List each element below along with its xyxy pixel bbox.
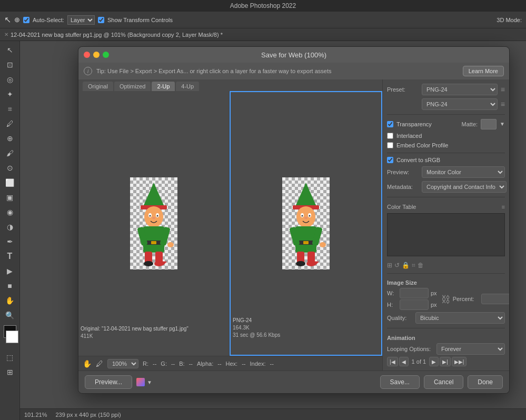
dodge-tool[interactable]: ◑ — [3, 220, 17, 234]
learn-more-button[interactable]: Learn More — [463, 66, 504, 76]
magic-wand-tool[interactable]: ✦ — [3, 87, 17, 101]
text-tool[interactable]: T — [3, 249, 17, 263]
view-tabs: Original Optimized 2-Up 4-Up — [78, 79, 382, 91]
svg-rect-10 — [151, 241, 156, 244]
gradient-tool[interactable]: ▣ — [3, 191, 17, 204]
matte-arrow[interactable]: ▼ — [500, 121, 505, 127]
hex-label: Hex: — [226, 361, 238, 367]
format-menu-icon[interactable]: ≡ — [501, 100, 505, 108]
optimized-time: 31 sec @ 56.6 Kbps — [233, 332, 280, 339]
brush-tool[interactable]: 🖌 — [3, 146, 17, 160]
document-tab[interactable]: 12-04-2021 new bag stuffer pg1.jpg @ 101… — [11, 32, 223, 38]
convert-srgb-checkbox[interactable] — [387, 157, 393, 163]
percent-input[interactable]: 100 — [481, 294, 509, 304]
preview-label-settings: Preview: — [387, 169, 419, 175]
preset-select[interactable]: PNG-24 — [422, 84, 498, 95]
tab-2up[interactable]: 2-Up — [152, 82, 175, 91]
close-button[interactable] — [84, 52, 90, 58]
tool-hand[interactable]: ✋ — [83, 359, 92, 368]
footer-right: Save... Cancel Done — [380, 375, 503, 389]
preview-pane-original[interactable]: Original: "12-04-2021 new bag stuffer pg… — [78, 91, 230, 356]
matte-input[interactable]: -- — [481, 119, 497, 129]
metadata-select[interactable]: Copyright and Contact Info — [422, 181, 507, 193]
color-crop-icon[interactable]: ⌗ — [412, 262, 415, 269]
eyedropper-tool[interactable]: 🖊 — [3, 117, 17, 131]
zoom-select[interactable]: 100% — [107, 359, 138, 368]
transparency-label: Transparency — [396, 121, 432, 127]
lasso-tool[interactable]: ◎ — [3, 73, 17, 86]
path-selection-tool[interactable]: ▶ — [3, 264, 17, 278]
optimized-size: 164.3K — [233, 324, 280, 332]
r-value: -- — [153, 361, 156, 367]
healing-tool[interactable]: ⊕ — [3, 132, 17, 145]
color-arrow[interactable]: ▼ — [147, 379, 152, 385]
move-tool[interactable]: ↖ — [3, 43, 17, 57]
save-button[interactable]: Save... — [380, 375, 420, 389]
transform-icon[interactable]: ⊕ — [14, 16, 20, 24]
move-tool-icon[interactable]: ↖ — [4, 15, 11, 25]
g-label: G: — [161, 361, 167, 367]
width-input[interactable]: 239 — [400, 288, 429, 298]
clone-tool[interactable]: ⊙ — [3, 161, 17, 175]
color-icon — [136, 378, 145, 386]
g-value: -- — [171, 361, 175, 367]
prev-frame-btn[interactable]: ◀ — [399, 357, 409, 366]
hand-tool[interactable]: ✋ — [3, 294, 17, 307]
animation-title: Animation — [387, 335, 505, 341]
w-unit: px — [431, 290, 437, 296]
show-transform-checkbox[interactable] — [98, 17, 104, 23]
color-grid-icon[interactable]: ⊞ — [387, 262, 392, 269]
looping-select[interactable]: Forever — [436, 343, 505, 355]
link-proportions-icon[interactable]: ⛓ — [441, 294, 451, 305]
color-refresh-icon[interactable]: ↺ — [394, 262, 400, 269]
preset-menu-icon[interactable]: ≡ — [501, 85, 505, 94]
blur-tool[interactable]: ◉ — [3, 205, 17, 219]
auto-select-checkbox[interactable] — [23, 17, 29, 23]
next-frame-btn[interactable]: ▶| — [440, 357, 451, 366]
interlaced-checkbox[interactable] — [387, 133, 393, 139]
embed-color-checkbox[interactable] — [387, 142, 393, 148]
background-color[interactable] — [6, 331, 18, 343]
tab-original[interactable]: Original — [83, 82, 113, 91]
transparency-checkbox[interactable] — [387, 121, 393, 127]
color-table-menu[interactable]: ≡ — [502, 204, 505, 210]
play-btn[interactable]: ▶ — [429, 357, 439, 366]
h-label: H: — [387, 302, 398, 308]
layer-select[interactable]: Layer — [67, 15, 95, 25]
crop-tool[interactable]: ⌗ — [3, 102, 17, 116]
r-label: R: — [143, 361, 148, 367]
zoom-tool[interactable]: 🔍 — [3, 308, 17, 322]
done-button[interactable]: Done — [468, 375, 503, 389]
info-icon: i — [84, 67, 92, 75]
tab-optimized[interactable]: Optimized — [114, 82, 151, 91]
tool-eyedropper[interactable]: 🖊 — [96, 359, 103, 368]
preview-button[interactable]: Preview... — [85, 375, 132, 389]
minimize-button[interactable] — [93, 52, 100, 58]
first-frame-btn[interactable]: |◀ — [387, 357, 398, 366]
preview-info-optimized: PNG-24 164.3K 31 sec @ 56.6 Kbps — [233, 317, 280, 339]
screen-mode[interactable]: ⊞ — [3, 365, 17, 379]
last-frame-btn[interactable]: ▶▶| — [452, 357, 467, 366]
quick-mask[interactable]: ⬚ — [3, 351, 17, 364]
color-delete-icon[interactable]: 🗑 — [418, 262, 424, 269]
shape-tool[interactable]: ■ — [3, 279, 17, 293]
frame-count: 1 of 1 — [412, 358, 426, 365]
preview-pane-optimized[interactable]: PNG-24 164.3K 31 sec @ 56.6 Kbps — [230, 91, 382, 356]
divider-5 — [387, 328, 505, 328]
eraser-tool[interactable]: ⬜ — [3, 176, 17, 189]
pen-tool[interactable]: ✒ — [3, 235, 17, 248]
preview-toolbar: ✋ 🖊 100% R: -- G: -- B: -- Alpha: -- He — [78, 356, 382, 371]
tab-4up[interactable]: 4-Up — [176, 82, 199, 91]
height-input[interactable]: 440 — [400, 299, 429, 310]
maximize-button[interactable] — [103, 52, 109, 58]
close-icon[interactable]: ✕ — [4, 32, 8, 37]
color-lock-icon[interactable]: 🔒 — [402, 262, 410, 269]
transparency-row: Transparency Matte: -- ▼ — [387, 119, 505, 129]
preview-select[interactable]: Monitor Color — [422, 166, 505, 178]
quality-select[interactable]: Bicubic — [415, 312, 505, 324]
format-select[interactable]: PNG-24 — [422, 98, 498, 110]
color-table-label: Color Table — [387, 204, 416, 210]
selection-tool[interactable]: ⊡ — [3, 58, 17, 72]
svg-point-24 — [302, 215, 303, 217]
cancel-button[interactable]: Cancel — [424, 375, 463, 389]
